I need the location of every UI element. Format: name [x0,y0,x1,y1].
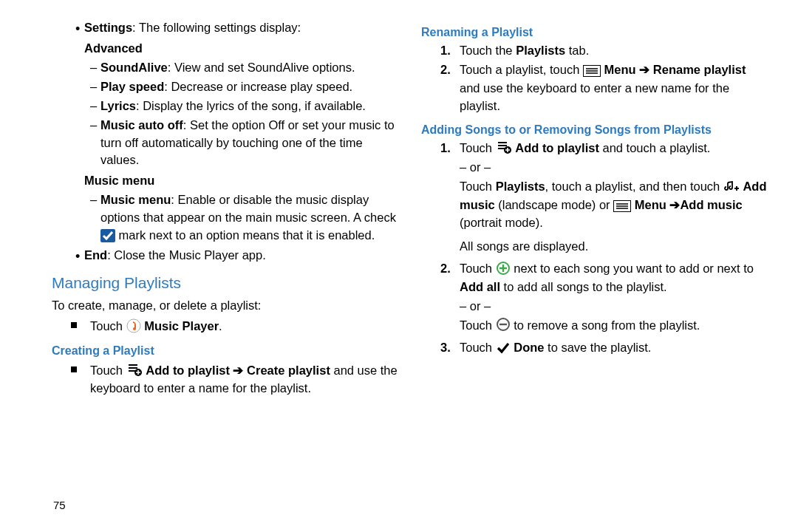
creating-heading: Creating a Playlist [52,342,399,359]
plus-circle-icon [496,261,511,279]
adding-heading: Adding Songs to or Removing Songs from P… [421,121,768,138]
add-step-3: 3. Touch Done to save the playlist. [411,339,768,358]
managing-heading: Managing Playlists [52,272,399,294]
page-number: 75 [53,499,66,511]
create-intro: To create, manage, or delete a playlist: [41,297,399,315]
end-bullet: End: Close the Music Player app. [41,247,399,265]
musicmenu-item: Music menu: Enable or disable the music … [41,191,399,245]
add-to-playlist-icon [126,362,143,380]
rename-step-2: 2. Touch a playlist, touch Menu Rename p… [411,61,768,115]
settings-text: : The following settings display: [132,21,301,34]
renaming-heading: Renaming a Playlist [421,24,768,41]
touch-music-player: Touch Music Player. [41,318,399,336]
settings-label: Settings [84,21,132,34]
music-player-icon [126,318,141,336]
create-playlist-step: Touch Add to playlist Create playlist an… [41,362,399,398]
add-step-2: 2. Touch next to each song you want to a… [411,260,768,335]
menu-icon [583,62,601,80]
right-column: Renaming a Playlist 1. Touch the Playlis… [408,18,768,400]
checkmark-icon [100,228,115,245]
manual-page: Settings: The following settings display… [0,0,798,400]
settings-bullet: Settings: The following settings display… [41,19,399,37]
svg-point-1 [127,319,140,332]
lyrics-item: Lyrics: Display the lyrics of the song, … [41,98,399,115]
add-step-1: 1. Touch Add to playlist and touch a pla… [411,140,768,256]
soundalive-item: SoundAlive: View and set SoundAlive opti… [41,59,399,77]
advanced-heading: Advanced [41,40,399,58]
rename-step-1: 1. Touch the Playlists tab. [411,42,768,60]
add-music-icon [723,179,740,197]
left-column: Settings: The following settings display… [41,18,408,400]
done-check-icon [496,340,511,358]
menu-icon [613,197,631,215]
autooff-item: Music auto off: Set the option Off or se… [41,117,399,170]
add-to-playlist-icon [496,140,512,157]
playspeed-item: Play speed: Decrease or increase play sp… [41,78,399,96]
minus-circle-icon [496,317,511,335]
musicmenu-heading: Music menu [41,172,399,190]
